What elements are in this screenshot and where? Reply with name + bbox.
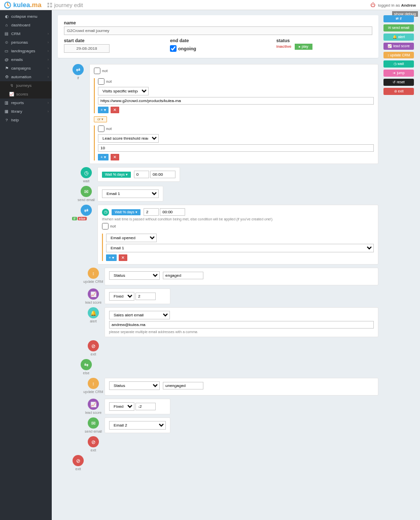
update2-field[interactable]: Status: [109, 381, 160, 390]
wait-pill[interactable]: Wait % days ▾: [102, 172, 131, 178]
node-if-icon[interactable]: ⇄: [73, 64, 84, 75]
play-button[interactable]: ▸ play: [295, 44, 312, 50]
if2-wait-pill[interactable]: Wait % days ▾: [112, 209, 141, 215]
node-score1-icon[interactable]: 📈: [88, 288, 99, 300]
sidebar-subitem-journeys[interactable]: ↯journeys: [0, 81, 52, 90]
node-else-icon[interactable]: ⇆: [81, 359, 92, 370]
if2-days[interactable]: [144, 208, 159, 216]
ongoing-checkbox[interactable]: ongoing: [170, 45, 196, 52]
if1-cond1-add[interactable]: + ▾: [98, 107, 109, 113]
sidebar-item-library[interactable]: ▦library›: [0, 107, 52, 116]
sidebar-item-dashboard[interactable]: ⌂dashboard: [0, 21, 52, 29]
email1-body: Email 1: [97, 186, 163, 202]
node-email1-icon[interactable]: ✉: [81, 186, 92, 197]
node-exit2-icon[interactable]: ⊘: [88, 436, 99, 447]
sidebar-item-campaigns[interactable]: ⚑campaigns›: [0, 64, 52, 73]
if2-help: If/when wait time is passed without cond…: [102, 217, 374, 221]
score2-value[interactable]: [135, 403, 156, 410]
email1-select[interactable]: Email 1: [102, 189, 159, 198]
end-date-label: end date: [170, 38, 189, 43]
app-logo-icon: [4, 2, 11, 9]
action-palette: ⇄ if ✉ send email 🔔 alert 📈 lead score ↕…: [383, 15, 414, 97]
svg-rect-2: [50, 3, 52, 5]
if1-cond1-url[interactable]: [98, 97, 374, 105]
if2-cond-email[interactable]: Email 1: [106, 244, 374, 252]
logged-in-user[interactable]: ⏻ logged in as Andrew: [370, 2, 416, 8]
action-jump[interactable]: ➜ jump: [383, 70, 414, 77]
update2-value[interactable]: [163, 382, 203, 389]
sidebar-item-reports[interactable]: ▥reports›: [0, 99, 52, 107]
action-if[interactable]: ⇄ if: [383, 15, 414, 22]
sidebar: ◐collapse menu ⌂dashboard ▤CRM› ☺persona…: [0, 10, 52, 520]
if1-cond2-val[interactable]: [98, 144, 374, 152]
alert-help: please separate multiple email addresses…: [109, 330, 374, 334]
alert-type[interactable]: Sales alert email: [109, 311, 170, 319]
score2-body: Fixed: [104, 399, 170, 414]
if2-del[interactable]: ✕: [119, 254, 127, 261]
if1-cond2-type[interactable]: Lead score threshold reached: [98, 134, 159, 143]
score1-type[interactable]: Fixed: [109, 292, 134, 301]
if2-time[interactable]: [160, 208, 185, 216]
sidebar-collapse[interactable]: ◐collapse menu: [0, 12, 52, 21]
name-input[interactable]: [64, 26, 372, 35]
action-exit[interactable]: ⊘ exit: [383, 88, 414, 95]
node-email2-icon[interactable]: ✉: [88, 417, 99, 429]
svg-rect-3: [47, 6, 49, 8]
action-update-crm[interactable]: ↕ update CRM: [383, 52, 414, 58]
name-label: name: [64, 20, 76, 25]
svg-rect-1: [47, 3, 49, 5]
wait-days-input[interactable]: [134, 171, 149, 178]
app-logo[interactable]: kulea.ma: [13, 1, 42, 9]
start-date-label: start date: [64, 38, 85, 43]
sidebar-item-emails[interactable]: @emails›: [0, 55, 52, 64]
if1-cond2-del[interactable]: ✕: [111, 154, 119, 160]
email2-body: Email 2: [104, 417, 170, 433]
if1-or-tag[interactable]: or ▾: [94, 116, 107, 122]
sidebar-item-landingpages[interactable]: ▭landingpages›: [0, 47, 52, 55]
journey-header-card: name start date end date ongoing status …: [58, 15, 378, 58]
update1-value[interactable]: [163, 272, 203, 279]
update1-field[interactable]: Status: [109, 271, 160, 280]
sidebar-item-crm[interactable]: ▤CRM›: [0, 29, 52, 38]
wait-time-input[interactable]: [150, 171, 176, 178]
node-update1-icon[interactable]: ↕: [88, 268, 99, 279]
if2-cond-type[interactable]: Email opened: [106, 234, 157, 242]
if1-cond2-add[interactable]: + ▾: [98, 154, 109, 160]
if2-add[interactable]: + ▾: [106, 254, 117, 261]
update1-body: Status: [104, 268, 378, 285]
score1-body: Fixed: [104, 288, 170, 304]
if1-cond1-type[interactable]: Visits specific webpage: [98, 87, 149, 95]
status-label: status: [276, 38, 290, 43]
score1-value[interactable]: [135, 292, 156, 300]
sidebar-subitem-scores[interactable]: 📈scores: [0, 90, 52, 99]
if1-cond1-del[interactable]: ✕: [111, 107, 119, 113]
score2-type[interactable]: Fixed: [109, 402, 134, 411]
action-wait[interactable]: ◷ wait: [383, 60, 414, 68]
sidebar-item-automation[interactable]: ⚙automation›: [0, 73, 52, 81]
action-lead-score[interactable]: 📈 lead score: [383, 43, 414, 50]
if1-cond1-not[interactable]: not: [98, 78, 112, 85]
alert-body: Sales alert email please separate multip…: [104, 307, 378, 337]
svg-rect-4: [50, 6, 52, 8]
page-title: journey edit: [47, 2, 83, 8]
node-update2-icon[interactable]: ↕: [88, 378, 99, 389]
start-date-input[interactable]: [64, 44, 110, 53]
if1-not-outer[interactable]: not: [94, 68, 108, 74]
action-send-email[interactable]: ✉ send email: [383, 24, 414, 31]
node-exit1-icon[interactable]: ⊘: [88, 340, 99, 351]
sidebar-item-help[interactable]: ?help: [0, 116, 52, 124]
sidebar-item-personas[interactable]: ☺personas›: [0, 38, 52, 47]
if2-not[interactable]: not: [102, 223, 116, 230]
node-score2-icon[interactable]: 📈: [88, 399, 99, 410]
if1-cond2-not[interactable]: not: [98, 125, 112, 132]
if-body: not not Visits specific webpage + ▾ ✕ or…: [89, 64, 378, 164]
alert-email[interactable]: [109, 321, 374, 329]
node-if2-icon[interactable]: ⇄: [81, 205, 92, 216]
action-reset[interactable]: ↺ reset: [383, 79, 414, 86]
action-alert[interactable]: 🔔 alert: [383, 34, 414, 41]
node-alert-icon[interactable]: 🔔: [88, 307, 99, 318]
node-exit3-icon[interactable]: ⊘: [73, 455, 84, 466]
email2-select[interactable]: Email 2: [109, 421, 166, 430]
node-wait-icon[interactable]: ◷: [81, 167, 92, 178]
if2-wait-icon: ◷: [102, 209, 109, 216]
